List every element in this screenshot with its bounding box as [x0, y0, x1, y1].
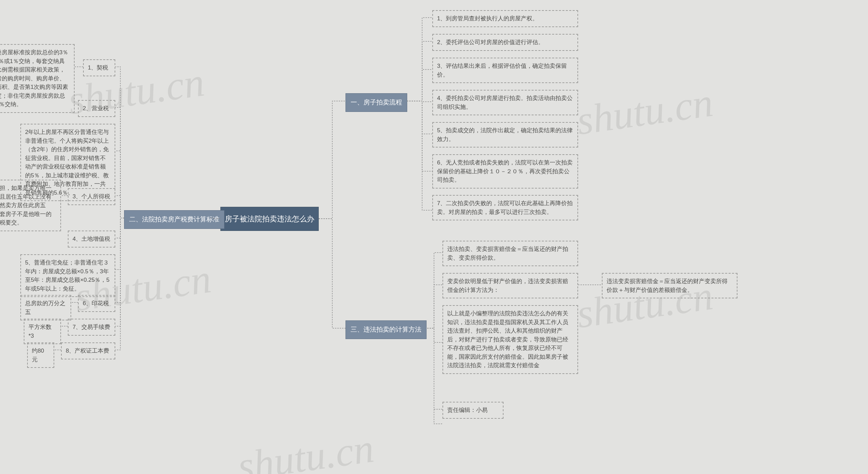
leaf-process-5: 5、拍卖成交的，法院作出裁定，确定拍卖结果的法律效力。	[432, 122, 578, 147]
branch-tax-calc: 二、法院拍卖房产税费计算标准	[124, 210, 224, 229]
leaf-tax-5-detail: 5、普通住宅免征；非普通住宅３年内：房屋成交总额×0.5％，3年至5年：房屋成交…	[20, 254, 115, 297]
branch-auction-process: 一、房子拍卖流程	[346, 93, 407, 112]
leaf-tax-7-detail: 平方米数*3	[24, 319, 61, 344]
leaf-process-1: 1、到房管局查封被执行人的房屋产权。	[432, 10, 578, 27]
leaf-tax-4: 4、土地增值税	[68, 231, 115, 248]
leaf-tax-7: 7、交易手续费	[68, 319, 115, 336]
watermark: shutu.cn	[574, 79, 716, 144]
center-node: 房子被法院拍卖违法怎么办	[220, 207, 319, 231]
leaf-tax-2: 2、营业税	[78, 100, 115, 117]
leaf-calc-4: 责任编辑：小易	[442, 402, 504, 419]
leaf-tax-6-detail: 总房款的万分之五	[20, 295, 71, 320]
leaf-calc-1: 违法拍卖、变卖损害赔偿金＝应当返还的财产拍卖、变卖所得价款。	[442, 241, 578, 266]
leaf-tax-3: 3、个人所得税	[68, 188, 115, 205]
leaf-calc-3: 以上就是小编整理的法院拍卖违法怎么办的有关知识，违法拍卖是指是指国家机关及其工作…	[442, 305, 578, 374]
leaf-tax-6: 6、印花税	[78, 295, 115, 312]
leaf-tax-3-detail: 一般卖方承担，如果是卖方唯一一套房子，且居住五年以上没有此税，但虽然卖方居住此房…	[0, 180, 61, 231]
branch-illegal-calc: 三、违法拍卖的计算方法	[346, 320, 427, 339]
watermark: shutu.cn	[235, 425, 377, 474]
leaf-tax-1: 1、契税	[83, 59, 115, 76]
leaf-process-3: 3、评估结果出来后，根据评估价值，确定拍卖保留价。	[432, 58, 578, 83]
leaf-tax-8: 8、产权证工本费	[61, 342, 115, 359]
leaf-calc-sub: 违法变卖损害赔偿金＝应当返还的财产变卖所得价款＋与财产价值的差额赔偿金。	[602, 273, 737, 298]
leaf-process-6: 6、无人竞拍或者拍卖失败的，法院可以在第一次拍卖保留价的基础上降价１０－２０％，…	[432, 154, 578, 189]
leaf-calc-2: 变卖价款明显低于财产价值的，违法变卖损害赔偿金的计算方法为：	[442, 273, 578, 298]
leaf-process-7: 7、二次拍卖仍失败的，法院可以在此基础上再降价拍卖。对房屋的拍卖，最多可以进行三…	[432, 195, 578, 220]
leaf-tax-8-detail: 约80元	[27, 342, 54, 368]
leaf-tax-1-detail: 住宅类房屋标准按房款总价的3％或1.5％或1％交纳，每套交纳具体的比例需根据国家…	[0, 44, 75, 113]
leaf-process-4: 4、委托拍卖公司对房屋进行拍卖。拍卖活动由拍卖公司组织实施。	[432, 90, 578, 115]
leaf-process-2: 2、委托评估公司对房屋的价值进行评估。	[432, 34, 578, 51]
